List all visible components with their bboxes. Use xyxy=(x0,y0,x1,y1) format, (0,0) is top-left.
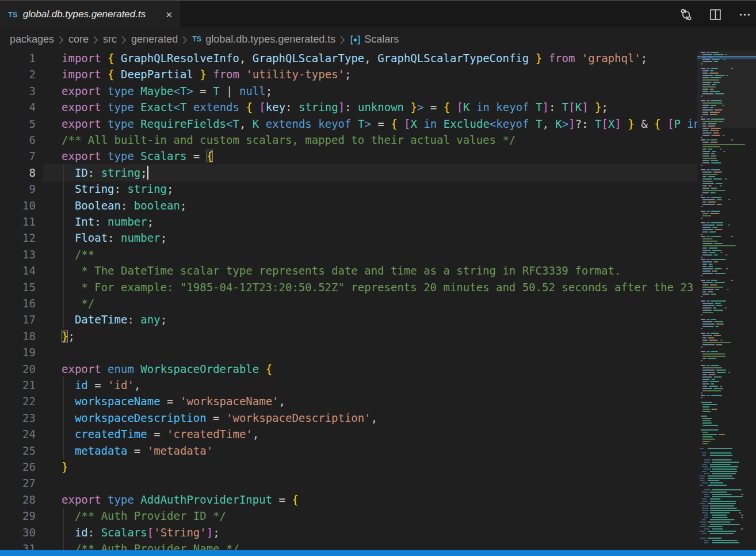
compare-changes-icon[interactable] xyxy=(679,7,693,21)
line-number: 19 xyxy=(0,344,36,361)
code-line-21[interactable]: 21 id = 'id', xyxy=(0,377,697,394)
code-text: }; xyxy=(62,328,75,345)
tab-global-db-types[interactable]: TS global.db.types.generated.ts ✕ xyxy=(0,1,180,28)
tab-bar: TS global.db.types.generated.ts ✕ xyxy=(0,1,756,28)
code-line-26[interactable]: 26} xyxy=(0,459,697,475)
line-number: 6 xyxy=(0,132,36,148)
code-line-2[interactable]: 2import { DeepPartial } from 'utility-ty… xyxy=(0,66,697,83)
line-number: 10 xyxy=(0,197,36,214)
breadcrumb-item-core[interactable]: core xyxy=(68,33,89,45)
minimap[interactable] xyxy=(697,51,756,556)
code-text: createdTime = 'createdTime', xyxy=(62,426,259,443)
breadcrumb-separator-icon xyxy=(340,36,345,44)
code-text: export enum WorkspaceOrderable { xyxy=(62,361,272,378)
code-line-19[interactable]: 19 xyxy=(0,344,697,361)
line-number: 28 xyxy=(0,492,36,508)
code-text: id = 'id', xyxy=(62,377,140,394)
code-text: /** Auth Provider ID */ xyxy=(62,508,226,524)
line-number: 17 xyxy=(0,311,36,328)
breadcrumb-item-symbol[interactable]: Scalars xyxy=(364,33,399,45)
code-text: import { DeepPartial } from 'utility-typ… xyxy=(62,66,351,83)
line-number: 13 xyxy=(0,246,36,263)
line-number: 14 xyxy=(0,262,36,279)
code-line-25[interactable]: 25 metadata = 'metadata' xyxy=(0,443,697,459)
code-text: workspaceName = 'workspaceName', xyxy=(62,393,285,410)
code-line-11[interactable]: 11 Int: number; xyxy=(0,214,697,230)
code-text: id: Scalars['String']; xyxy=(62,524,220,541)
line-number: 27 xyxy=(0,475,36,492)
code-text: /** All built-in and custom scalars, map… xyxy=(62,132,516,148)
code-text: Boolean: boolean; xyxy=(62,197,186,214)
editor-actions xyxy=(679,1,755,28)
code-line-28[interactable]: 28export type AddAuthProviderInput = { xyxy=(0,492,697,508)
code-line-14[interactable]: 14 * The DateTime scalar type represents… xyxy=(0,262,697,279)
code-line-23[interactable]: 23 workspaceDescription = 'workspaceDesc… xyxy=(0,410,697,426)
breadcrumb-item-generated[interactable]: generated xyxy=(131,33,178,45)
code-text: String: string; xyxy=(62,181,174,197)
split-editor-icon[interactable] xyxy=(708,7,722,21)
code-line-9[interactable]: 9 String: string; xyxy=(0,181,697,197)
code-line-1[interactable]: 1import { GraphQLResolveInfo, GraphQLSca… xyxy=(0,51,697,67)
line-number: 4 xyxy=(0,99,36,116)
code-text: } xyxy=(62,459,68,475)
code-line-27[interactable]: 27 xyxy=(0,475,697,492)
code-line-24[interactable]: 24 createdTime = 'createdTime', xyxy=(0,426,697,443)
breadcrumb-item-packages[interactable]: packages xyxy=(10,33,54,45)
line-number: 2 xyxy=(0,66,36,83)
code-line-7[interactable]: 7export type Scalars = { xyxy=(0,148,697,165)
code-line-5[interactable]: 5export type RequireFields<T, K extends … xyxy=(0,116,697,132)
code-text: workspaceDescription = 'workspaceDescrip… xyxy=(62,410,377,426)
breadcrumb-separator-icon xyxy=(121,36,127,44)
code-text: * The DateTime scalar type represents da… xyxy=(62,262,621,279)
code-line-29[interactable]: 29 /** Auth Provider ID */ xyxy=(0,508,697,524)
tab-close-icon[interactable]: ✕ xyxy=(165,10,173,19)
code-line-18[interactable]: 18}; xyxy=(0,328,697,345)
code-line-17[interactable]: 17 DateTime: any; xyxy=(0,311,697,328)
line-number: 5 xyxy=(0,116,36,132)
line-number: 20 xyxy=(0,361,36,378)
line-number: 22 xyxy=(0,393,36,410)
line-number: 12 xyxy=(0,230,36,246)
code-text: DateTime: any; xyxy=(62,311,167,328)
line-number: 11 xyxy=(0,214,36,230)
code-line-6[interactable]: 6/** All built-in and custom scalars, ma… xyxy=(0,132,697,148)
line-number: 26 xyxy=(0,459,36,475)
line-number: 30 xyxy=(0,524,36,541)
code-text: /** xyxy=(62,246,94,263)
code-line-10[interactable]: 10 Boolean: boolean; xyxy=(0,197,697,214)
breadcrumb-item-src[interactable]: src xyxy=(103,33,117,45)
code-line-16[interactable]: 16 */ xyxy=(0,295,697,312)
line-number: 16 xyxy=(0,295,36,312)
code-text: export type Maybe<T> = T | null; xyxy=(62,83,272,100)
line-number: 7 xyxy=(0,148,36,165)
code-line-13[interactable]: 13 /** xyxy=(0,246,697,263)
code-line-22[interactable]: 22 workspaceName = 'workspaceName', xyxy=(0,393,697,410)
code-line-30[interactable]: 30 id: Scalars['String']; xyxy=(0,524,697,541)
code-editor[interactable]: 1import { GraphQLResolveInfo, GraphQLSca… xyxy=(0,51,756,556)
minimap-slider[interactable] xyxy=(697,51,756,128)
more-actions-icon[interactable] xyxy=(738,7,751,21)
code-line-20[interactable]: 20export enum WorkspaceOrderable { xyxy=(0,361,697,378)
line-number: 15 xyxy=(0,279,36,296)
code-line-12[interactable]: 12 Float: number; xyxy=(0,230,697,246)
code-text: import { GraphQLResolveInfo, GraphQLScal… xyxy=(62,51,647,67)
line-number: 21 xyxy=(0,377,36,394)
code-line-8[interactable]: 8 ID: string; xyxy=(0,165,697,181)
breadcrumb-separator-icon xyxy=(182,36,188,44)
minimap-current-line xyxy=(697,56,756,59)
code-text: export type RequireFields<T, K extends k… xyxy=(62,116,697,132)
code-text: * For example: "1985-04-12T23:20:50.52Z"… xyxy=(62,279,693,296)
line-number: 29 xyxy=(0,508,36,524)
line-number: 18 xyxy=(0,328,36,345)
code-area[interactable]: 1import { GraphQLResolveInfo, GraphQLSca… xyxy=(0,51,697,556)
code-text: ID: string; xyxy=(62,165,148,181)
line-number: 1 xyxy=(0,51,36,67)
code-text: Int: number; xyxy=(62,214,154,230)
breadcrumb-item-file[interactable]: global.db.types.generated.ts xyxy=(205,33,335,45)
code-line-4[interactable]: 4export type Exact<T extends { [key: str… xyxy=(0,99,697,116)
typescript-file-icon: TS xyxy=(8,10,18,19)
breadcrumb-separator-icon xyxy=(93,36,98,44)
code-line-15[interactable]: 15 * For example: "1985-04-12T23:20:50.5… xyxy=(0,279,697,296)
breadcrumb: packagescoresrcgeneratedTSglobal.db.type… xyxy=(0,28,756,51)
code-line-3[interactable]: 3export type Maybe<T> = T | null; xyxy=(0,83,697,100)
